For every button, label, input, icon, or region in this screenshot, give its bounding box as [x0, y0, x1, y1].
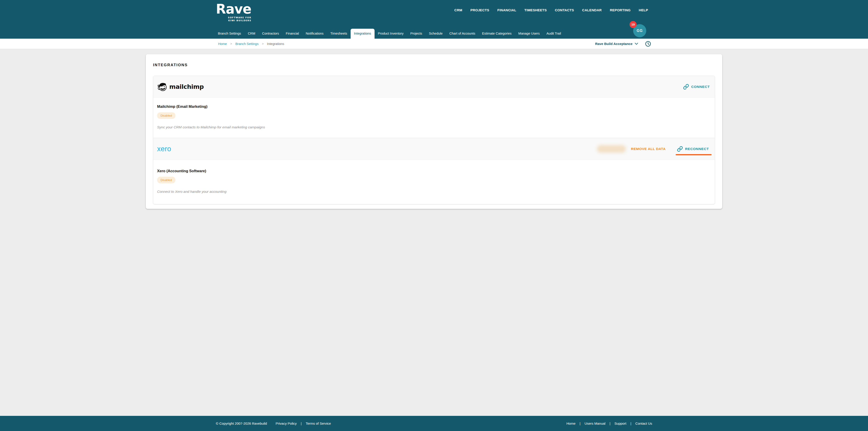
footer-link-home[interactable]: Home: [566, 422, 576, 425]
xero-reconnect-button[interactable]: RECONNECT: [677, 146, 709, 152]
main-nav-calendar[interactable]: CALENDAR: [582, 8, 602, 12]
sub-nav-timesheets[interactable]: Timesheets: [327, 29, 350, 39]
mailchimp-body: Mailchimp (Email Marketing) Disabled Syn…: [153, 98, 715, 138]
footer-legal-links: Privacy Policy|Terms of Service: [276, 422, 331, 425]
main-nav-financial[interactable]: FINANCIAL: [497, 8, 516, 12]
mailchimp-status-badge: Disabled: [157, 112, 176, 119]
xero-header-row: xero REMOVE ALL DATA RECONNE: [153, 138, 715, 160]
footer-link-users-manual[interactable]: Users Manual: [585, 422, 606, 425]
footer-divider: |: [630, 422, 631, 425]
main-nav-timesheets[interactable]: TIMESHEETS: [524, 8, 547, 12]
footer-site-links: Home|Users Manual|Support|Contact Us: [566, 422, 652, 425]
footer-divider: |: [301, 422, 302, 425]
footer-link-privacy-policy[interactable]: Privacy Policy: [276, 422, 297, 425]
main-nav-contacts[interactable]: CONTACTS: [555, 8, 574, 12]
xero-body: Xero (Accounting Software) Disabled Conn…: [153, 160, 715, 204]
breadcrumb-separator-icon: >: [230, 42, 232, 45]
footer-link-terms-of-service[interactable]: Terms of Service: [306, 422, 331, 425]
rave-logo-tagline: SOFTWARE FOR KIWI BUILDERS: [216, 16, 251, 22]
mailchimp-logo: mailchimp: [157, 82, 204, 92]
sub-nav-notifications[interactable]: Notifications: [302, 29, 327, 39]
reconnect-active-underline: [676, 154, 712, 155]
notification-badge[interactable]: 19: [629, 21, 637, 28]
main-nav-crm[interactable]: CRM: [454, 8, 462, 12]
mailchimp-title: Mailchimp (Email Marketing): [157, 104, 709, 109]
breadcrumb-current: Integrations: [267, 42, 284, 45]
sub-nav-contractors[interactable]: Contractors: [258, 29, 282, 39]
xero-description: Connect to Xero and handle your accounti…: [157, 190, 709, 194]
main-nav-reporting[interactable]: REPORTING: [610, 8, 631, 12]
sub-nav-manage-users[interactable]: Manage Users: [515, 29, 543, 39]
rave-logo-title: Rave: [216, 2, 251, 16]
clock-icon: [645, 41, 651, 47]
breadcrumb-bar: Home>Branch Settings>Integrations Rave B…: [0, 39, 868, 49]
sub-nav-estimate-categories[interactable]: Estimate Categories: [479, 29, 515, 39]
app-footer: © Copyright 2007-2026 Ravebuild Privacy …: [0, 416, 868, 431]
history-clock-button[interactable]: [645, 41, 651, 47]
sub-nav-crm[interactable]: CRM: [244, 29, 258, 39]
footer-link-support[interactable]: Support: [614, 422, 626, 425]
sub-nav-schedule[interactable]: Schedule: [426, 29, 446, 39]
main-nav: CRMPROJECTSFINANCIALTIMESHEETSCONTACTSCA…: [454, 8, 648, 12]
sub-nav-chart-of-accounts[interactable]: Chart of Accounts: [446, 29, 478, 39]
integrations-panel: mailchimp CONNECT Mailchimp (Email Marke…: [153, 76, 715, 204]
rave-logo[interactable]: Rave SOFTWARE FOR KIWI BUILDERS: [216, 2, 251, 22]
chevron-down-icon: [635, 43, 638, 45]
sub-nav-integrations[interactable]: Integrations: [350, 29, 375, 39]
integrations-card: INTEGRATIONS: [146, 54, 722, 209]
footer-link-contact-us[interactable]: Contact Us: [636, 422, 652, 425]
xero-remove-all-data-button[interactable]: REMOVE ALL DATA: [631, 147, 665, 151]
breadcrumb: Home>Branch Settings>Integrations: [218, 42, 284, 45]
link-icon: [683, 84, 689, 90]
breadcrumb-branch-settings[interactable]: Branch Settings: [235, 42, 258, 45]
branch-selector[interactable]: Rave Build Acceptance: [595, 42, 638, 45]
app-header: Rave SOFTWARE FOR KIWI BUILDERS CRMPROJE…: [0, 0, 868, 39]
link-icon: [677, 146, 683, 152]
mailchimp-wordmark: mailchimp: [169, 83, 204, 90]
xero-title: Xero (Accounting Software): [157, 169, 709, 173]
sub-nav-financial[interactable]: Financial: [282, 29, 302, 39]
breadcrumb-separator-icon: >: [262, 42, 264, 45]
breadcrumb-home[interactable]: Home: [218, 42, 227, 45]
main-nav-help[interactable]: HELP: [639, 8, 648, 12]
mailchimp-header-row: mailchimp CONNECT: [153, 76, 715, 98]
xero-status-badge: Disabled: [157, 177, 176, 183]
copyright-text: © Copyright 2007-2026 Ravebuild: [216, 422, 267, 425]
sub-nav-projects[interactable]: Projects: [407, 29, 426, 39]
footer-left: © Copyright 2007-2026 Ravebuild Privacy …: [216, 422, 331, 425]
main-content: INTEGRATIONS: [0, 49, 868, 416]
page-title: INTEGRATIONS: [153, 63, 715, 67]
user-avatar[interactable]: GG 19: [633, 24, 646, 37]
sub-nav-branch-settings[interactable]: Branch Settings: [215, 29, 244, 39]
branch-selector-label: Rave Build Acceptance: [595, 42, 632, 45]
sub-nav-product-inventory[interactable]: Product Inventory: [375, 29, 407, 39]
integration-mailchimp: mailchimp CONNECT Mailchimp (Email Marke…: [153, 76, 715, 138]
redacted-element: [597, 145, 626, 153]
xero-reconnect-wrap: RECONNECT: [676, 146, 710, 152]
mailchimp-description: Sync your CRM contacts to Mailchimp for …: [157, 125, 709, 129]
sub-nav: Branch SettingsCRMContractorsFinancialNo…: [215, 29, 564, 39]
main-nav-projects[interactable]: PROJECTS: [470, 8, 489, 12]
rave-app: Rave SOFTWARE FOR KIWI BUILDERS CRMPROJE…: [0, 0, 868, 431]
integration-xero: xero REMOVE ALL DATA RECONNE: [153, 138, 715, 204]
mailchimp-connect-button[interactable]: CONNECT: [683, 84, 710, 90]
mailchimp-monkey-icon: [157, 82, 167, 92]
footer-divider: |: [580, 422, 581, 425]
sub-nav-audit-trail[interactable]: Audit Trail: [543, 29, 564, 39]
xero-logo: xero: [157, 145, 171, 152]
xero-actions: REMOVE ALL DATA RECONNECT: [597, 145, 710, 153]
footer-divider: |: [610, 422, 610, 425]
